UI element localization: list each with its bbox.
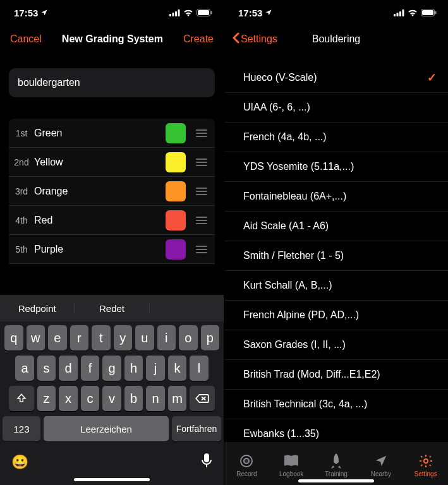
tab-training[interactable]: Training <box>314 442 359 485</box>
grading-system-item[interactable]: Aid Scale (A1 - A6) <box>224 212 448 241</box>
grade-row[interactable]: 4thRed <box>9 206 215 235</box>
color-swatch[interactable] <box>166 239 186 260</box>
item-label: Hueco (V-Scale) <box>243 72 317 83</box>
status-bar: 17:53 <box>0 0 224 25</box>
chevron-left-icon <box>232 32 239 46</box>
key-w[interactable]: w <box>27 325 45 350</box>
back-button[interactable]: Settings <box>232 32 277 46</box>
key-g[interactable]: g <box>102 356 121 381</box>
grading-system-item[interactable]: Hueco (V-Scale)✓ <box>224 63 448 93</box>
key-o[interactable]: o <box>179 325 198 350</box>
checkmark-icon: ✓ <box>427 71 437 85</box>
key-e[interactable]: e <box>48 325 67 350</box>
svg-point-19 <box>244 458 249 464</box>
tab-label: Record <box>236 470 257 477</box>
tab-label: Settings <box>415 470 437 477</box>
back-label: Settings <box>241 33 277 45</box>
item-label: Saxon Grades (I, II, ...) <box>243 339 346 350</box>
shift-key[interactable] <box>9 386 34 411</box>
key-n[interactable]: n <box>146 386 165 411</box>
drag-handle-icon[interactable] <box>192 217 211 224</box>
grades-list: 1stGreen2ndYellow3rdOrange4thRed5thPurpl… <box>0 106 224 264</box>
grade-ordinal: 1st <box>9 128 34 138</box>
grade-row[interactable]: 1stGreen <box>9 119 215 148</box>
suggestion-1[interactable]: Redpoint <box>0 303 75 314</box>
grading-system-item[interactable]: Fontainebleau (6A+,...) <box>224 182 448 212</box>
grading-system-item[interactable]: YDS Yosemite (5.11a,...) <box>224 152 448 182</box>
svg-point-20 <box>423 458 427 462</box>
color-swatch[interactable] <box>166 152 186 172</box>
grading-system-item[interactable]: British Technical (3c, 4a, ...) <box>224 390 448 419</box>
dictation-key[interactable] <box>201 453 212 472</box>
home-indicator[interactable] <box>298 479 374 482</box>
drag-handle-icon[interactable] <box>192 188 211 195</box>
status-time: 17:53 <box>238 8 262 18</box>
grade-row[interactable]: 5thPurple <box>9 235 215 264</box>
drag-handle-icon[interactable] <box>192 129 211 137</box>
grading-system-item[interactable]: Ewbanks (1...35) <box>224 419 448 442</box>
key-i[interactable]: i <box>157 325 176 350</box>
key-t[interactable]: t <box>92 325 111 350</box>
tab-logbook[interactable]: Logbook <box>269 442 314 485</box>
key-k[interactable]: k <box>168 356 187 381</box>
system-name-input[interactable] <box>9 68 215 97</box>
key-p[interactable]: p <box>201 325 220 350</box>
key-c[interactable]: c <box>81 386 100 411</box>
grade-ordinal: 4th <box>9 215 34 225</box>
key-a[interactable]: a <box>15 356 34 381</box>
emoji-key[interactable]: 😀 <box>11 454 28 470</box>
color-swatch[interactable] <box>166 181 186 201</box>
key-l[interactable]: l <box>190 356 209 381</box>
item-label: Kurt Schall (A, B,...) <box>243 280 332 291</box>
tab-settings[interactable]: Settings <box>403 442 448 485</box>
grading-system-item[interactable]: French Alpine (PD, AD,...) <box>224 301 448 330</box>
key-d[interactable]: d <box>59 356 78 381</box>
grading-system-item[interactable]: Saxon Grades (I, II, ...) <box>224 330 448 360</box>
cancel-button[interactable]: Cancel <box>10 33 42 45</box>
color-swatch[interactable] <box>166 210 186 231</box>
gear-icon <box>418 453 433 469</box>
grading-system-item[interactable]: French (4a, 4b, ...) <box>224 123 448 152</box>
color-swatch[interactable] <box>166 123 186 143</box>
key-b[interactable]: b <box>124 386 143 411</box>
grading-systems-list[interactable]: Hueco (V-Scale)✓UIAA (6-, 6, ...)French … <box>224 53 448 442</box>
key-u[interactable]: u <box>135 325 154 350</box>
tab-nearby[interactable]: Nearby <box>358 442 403 485</box>
space-key[interactable]: Leerzeichen <box>44 416 169 441</box>
key-x[interactable]: x <box>59 386 78 411</box>
grading-system-item[interactable]: Smith / Fletcher (1 - 5) <box>224 241 448 271</box>
key-s[interactable]: s <box>37 356 56 381</box>
key-y[interactable]: y <box>114 325 133 350</box>
grade-row[interactable]: 3rdOrange <box>9 177 215 206</box>
return-key[interactable]: Fortfahren <box>172 416 221 441</box>
item-label: Smith / Fletcher (1 - 5) <box>243 250 344 261</box>
create-button[interactable]: Create <box>183 33 214 45</box>
key-m[interactable]: m <box>168 386 187 411</box>
drag-handle-icon[interactable] <box>192 159 211 166</box>
grading-system-item[interactable]: British Trad (Mod, Diff...E1,E2) <box>224 360 448 390</box>
grading-system-item[interactable]: Kurt Schall (A, B,...) <box>224 271 448 301</box>
grade-row[interactable]: 2ndYellow <box>9 148 215 177</box>
item-label: Ewbanks (1...35) <box>243 428 319 440</box>
tab-record[interactable]: Record <box>224 442 269 485</box>
location-arrow-icon <box>265 9 272 16</box>
key-h[interactable]: h <box>124 356 143 381</box>
wifi-icon <box>408 9 418 16</box>
drag-handle-icon[interactable] <box>192 246 211 253</box>
grade-name: Green <box>34 128 166 139</box>
grading-system-item[interactable]: UIAA (6-, 6, ...) <box>224 93 448 123</box>
home-indicator[interactable] <box>74 478 150 481</box>
keyboard-suggestions: Redpoint Redet <box>0 295 224 321</box>
key-f[interactable]: f <box>81 356 100 381</box>
suggestion-2[interactable]: Redet <box>75 303 149 314</box>
grade-name: Orange <box>34 186 166 197</box>
key-v[interactable]: v <box>102 386 121 411</box>
key-z[interactable]: z <box>37 386 56 411</box>
delete-key[interactable] <box>190 386 215 411</box>
key-r[interactable]: r <box>70 325 89 350</box>
key-q[interactable]: q <box>4 325 23 350</box>
key-j[interactable]: j <box>146 356 165 381</box>
numbers-key[interactable]: 123 <box>3 416 40 441</box>
wifi-icon <box>183 9 193 16</box>
arrow-icon <box>374 453 388 469</box>
